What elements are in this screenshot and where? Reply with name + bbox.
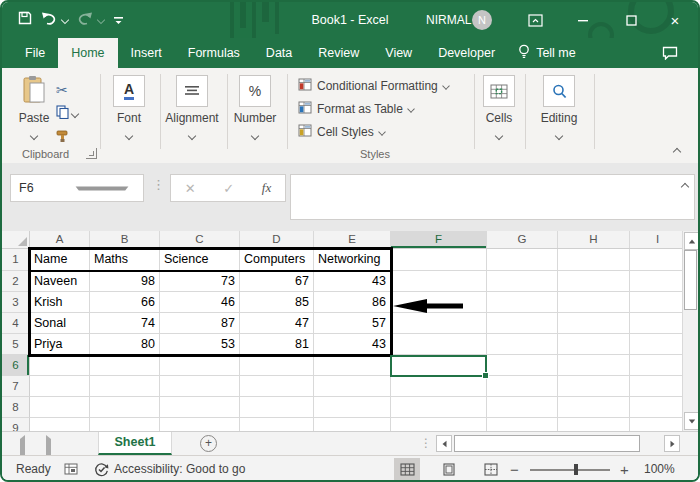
cell-G6[interactable]: [487, 355, 558, 376]
cell-styles-button[interactable]: Cell Styles: [298, 120, 449, 143]
cell-I6[interactable]: [630, 355, 686, 376]
cells-group[interactable]: Cells: [468, 75, 530, 143]
cell-B8[interactable]: [90, 397, 160, 418]
row-header-1[interactable]: 1: [2, 249, 30, 271]
enter-icon[interactable]: ✓: [223, 181, 234, 196]
cell-I8[interactable]: [630, 397, 686, 418]
font-dropdown-icon[interactable]: [125, 132, 133, 140]
accessibility-icon[interactable]: [94, 456, 109, 482]
sheet-tab-sheet1[interactable]: Sheet1: [98, 432, 172, 455]
cut-button[interactable]: ✂: [56, 78, 90, 102]
zoom-out-icon[interactable]: −: [510, 456, 519, 482]
scroll-down-icon[interactable]: [684, 412, 698, 430]
cell-H3[interactable]: [558, 292, 630, 313]
cell-A7[interactable]: [30, 376, 90, 397]
row-header-8[interactable]: 8: [2, 397, 30, 418]
scroll-left-icon[interactable]: [436, 435, 452, 452]
collapse-ribbon-icon[interactable]: [673, 148, 681, 156]
editing-dropdown-icon[interactable]: [555, 132, 563, 140]
cell-E1[interactable]: Networking: [314, 249, 391, 271]
column-header-F[interactable]: F: [391, 231, 487, 248]
cell-F7[interactable]: [391, 376, 487, 397]
scroll-up-icon[interactable]: [684, 232, 698, 250]
horizontal-scrollbar[interactable]: [436, 435, 680, 452]
cell-G8[interactable]: [487, 397, 558, 418]
cell-D8[interactable]: [240, 397, 314, 418]
cell-B1[interactable]: Maths: [90, 249, 160, 271]
row-header-2[interactable]: 2: [2, 271, 30, 292]
cell-A2[interactable]: Naveen: [30, 271, 90, 292]
column-header-B[interactable]: B: [90, 231, 160, 248]
cell-C7[interactable]: [160, 376, 240, 397]
macro-record-icon[interactable]: [64, 456, 78, 482]
tell-me[interactable]: Tell me: [508, 38, 586, 68]
cell-E4[interactable]: 57: [314, 313, 391, 334]
avatar[interactable]: N: [472, 10, 492, 30]
cell-H9[interactable]: [558, 418, 630, 431]
clipboard-dialog-launcher-icon[interactable]: [86, 148, 97, 159]
cell-I2[interactable]: [630, 271, 686, 292]
dropdown-icon[interactable]: [407, 105, 415, 113]
cell-G1[interactable]: [487, 249, 558, 271]
cell-D7[interactable]: [240, 376, 314, 397]
cell-F5[interactable]: [391, 334, 487, 355]
scroll-right-icon[interactable]: [664, 435, 680, 452]
cell-C4[interactable]: 87: [160, 313, 240, 334]
column-header-A[interactable]: A: [30, 231, 90, 248]
cell-F4[interactable]: [391, 313, 487, 334]
tab-developer[interactable]: Developer: [425, 38, 508, 68]
cell-E6[interactable]: [314, 355, 391, 376]
font-group[interactable]: A Font: [98, 75, 160, 143]
cell-A9[interactable]: [30, 418, 90, 431]
number-dropdown-icon[interactable]: [251, 132, 259, 140]
page-layout-view-icon[interactable]: [436, 458, 462, 480]
zoom-slider-thumb[interactable]: [574, 464, 578, 475]
cell-B3[interactable]: 66: [90, 292, 160, 313]
cell-D4[interactable]: 47: [240, 313, 314, 334]
cell-D1[interactable]: Computers: [240, 249, 314, 271]
cell-H5[interactable]: [558, 334, 630, 355]
cell-A4[interactable]: Sonal: [30, 313, 90, 334]
row-header-3[interactable]: 3: [2, 292, 30, 313]
select-all-corner[interactable]: [2, 231, 30, 248]
cell-B4[interactable]: 74: [90, 313, 160, 334]
format-as-table-button[interactable]: Format as Table: [298, 97, 449, 120]
number-group[interactable]: % Number: [224, 75, 286, 143]
cell-D3[interactable]: 85: [240, 292, 314, 313]
new-sheet-icon[interactable]: +: [200, 435, 217, 452]
column-header-G[interactable]: G: [487, 231, 558, 248]
cell-A5[interactable]: Priya: [30, 334, 90, 355]
accessibility-status[interactable]: Accessibility: Good to go: [114, 456, 245, 482]
insert-function-icon[interactable]: fx: [262, 180, 271, 196]
cell-B7[interactable]: [90, 376, 160, 397]
row-header-7[interactable]: 7: [2, 376, 30, 397]
cell-G9[interactable]: [487, 418, 558, 431]
active-cell-F6[interactable]: [390, 355, 487, 377]
tab-formulas[interactable]: Formulas: [175, 38, 253, 68]
cell-A6[interactable]: [30, 355, 90, 376]
cell-F9[interactable]: [391, 418, 487, 431]
minimize-button[interactable]: [568, 2, 598, 38]
zoom-slider[interactable]: [530, 469, 610, 471]
maximize-button[interactable]: [616, 2, 646, 38]
cell-E5[interactable]: 43: [314, 334, 391, 355]
account-name[interactable]: NIRMAL: [426, 2, 471, 38]
tab-bar-drag-dots[interactable]: ⋮: [420, 436, 432, 450]
row-header-4[interactable]: 4: [2, 313, 30, 334]
name-box-dropdown-icon[interactable]: [76, 186, 129, 190]
formula-input[interactable]: [290, 174, 695, 220]
cell-C1[interactable]: Science: [160, 249, 240, 271]
cell-B5[interactable]: 80: [90, 334, 160, 355]
cell-E2[interactable]: 43: [314, 271, 391, 292]
cell-C6[interactable]: [160, 355, 240, 376]
cell-H2[interactable]: [558, 271, 630, 292]
row-header-6[interactable]: 6: [2, 355, 30, 376]
cell-D6[interactable]: [240, 355, 314, 376]
dropdown-icon[interactable]: [378, 128, 386, 136]
vertical-scroll-thumb[interactable]: [684, 250, 697, 310]
cell-A1[interactable]: Name: [30, 249, 90, 271]
cell-F1[interactable]: [391, 249, 487, 271]
cell-C5[interactable]: 53: [160, 334, 240, 355]
cell-G5[interactable]: [487, 334, 558, 355]
zoom-in-icon[interactable]: +: [620, 456, 629, 482]
